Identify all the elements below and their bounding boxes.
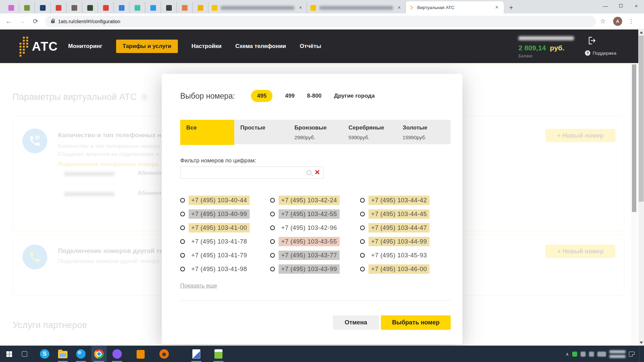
filter-input[interactable] [184,170,306,176]
phone-number-option[interactable]: +7 (495) 103-44-42 [360,196,450,205]
new-tab-button[interactable]: + [506,3,516,12]
pinned-tab[interactable] [3,2,19,13]
pinned-tab[interactable] [161,2,177,13]
start-button[interactable] [1,346,17,362]
pinned-tab[interactable] [98,2,114,13]
taskbar-app-orange[interactable] [133,346,148,362]
radio-button[interactable] [360,198,365,203]
category-tab-gold[interactable]: Золотые 15990руб. [397,120,451,145]
tray-chevron-icon[interactable]: ∧ [565,352,569,357]
category-tab-silver[interactable]: Серебряные 5990руб. [343,120,397,145]
radio-button[interactable] [270,212,275,216]
taskbar-skype[interactable]: S [37,346,52,362]
nav-reports[interactable]: Отчёты [300,43,321,50]
search-icon[interactable] [306,170,311,175]
taskbar-edge[interactable] [73,346,89,362]
phone-number-option[interactable]: +7 (495) 103-43-55 [270,237,360,246]
radio-button[interactable] [270,267,275,271]
category-tab-all[interactable]: Все [180,120,234,145]
phone-number-option[interactable]: +7 (495) 103-44-47 [360,223,450,232]
radio-button[interactable] [180,225,185,230]
code-tab-495[interactable]: 495 [251,90,273,102]
phone-number-option[interactable]: +7 (495) 103-40-99 [180,209,270,219]
pinned-tab[interactable] [114,2,130,13]
bookmark-star-icon[interactable]: ☆ [600,17,606,25]
tab-close-icon[interactable]: × [494,4,500,11]
ats-logo[interactable]: АТС [18,36,58,58]
phone-number-option[interactable]: +7 (495) 103-41-98 [180,264,270,274]
phone-number-option[interactable]: +7 (495) 103-46-00 [360,264,450,274]
taskbar-document-app[interactable] [189,346,204,362]
radio-button[interactable] [360,239,365,244]
radio-button[interactable] [360,253,365,258]
reload-icon[interactable]: ⟳ [31,17,40,26]
radio-button[interactable] [270,225,275,230]
radio-button[interactable] [180,253,185,258]
maximize-button[interactable] [613,0,629,11]
lock-icon[interactable] [51,20,55,23]
phone-number-option[interactable]: +7 (495) 103-42-55 [270,209,360,219]
pinned-tab[interactable] [130,2,145,13]
cancel-button[interactable]: Отмена [333,315,379,330]
forward-icon[interactable]: → [17,17,27,26]
radio-button[interactable] [180,198,185,203]
code-tab-499[interactable]: 499 [285,90,294,102]
tray-language-indicator[interactable] [597,352,606,357]
phone-number-option[interactable]: +7 (495) 103-41-79 [180,251,270,260]
radio-button[interactable] [270,253,275,258]
radio-button[interactable] [360,225,365,230]
select-number-button[interactable]: Выбрать номер [381,315,451,330]
scroll-up-icon[interactable] [640,31,643,34]
task-view-button[interactable] [17,346,32,362]
show-more-link[interactable]: Показать еще [180,282,217,289]
tab-close-icon[interactable]: × [396,4,402,11]
notification-center-icon[interactable] [629,352,635,357]
category-tab-simple[interactable]: Простые [234,120,288,145]
profile-avatar[interactable]: A [613,17,622,26]
phone-number-option[interactable]: +7 (495) 103-44-45 [360,209,450,219]
taskbar-app-orange-2[interactable] [156,346,172,362]
nav-telephony-scheme[interactable]: Схема телефонии [235,43,286,50]
browser-tab-blurred[interactable]: × [307,2,406,13]
tab-close-icon[interactable]: × [298,4,303,11]
support-link[interactable]: ? Поддержка [585,50,616,56]
radio-button[interactable] [180,212,185,216]
phone-number-option[interactable]: +7 (495) 103-42-96 [270,223,360,232]
radio-button[interactable] [270,198,275,203]
radio-button[interactable] [180,267,185,271]
radio-button[interactable] [360,267,365,271]
phone-number-option[interactable]: +7 (495) 103-43-99 [270,264,360,274]
phone-number-option[interactable]: +7 (495) 103-41-00 [180,223,270,232]
logout-button[interactable] [587,36,597,47]
taskbar-file-explorer[interactable] [55,346,70,362]
url-text[interactable]: 1ats.ru/client/#!/configuration [58,19,120,24]
clear-filter-icon[interactable]: × [315,168,320,176]
phone-number-option[interactable]: +7 (495) 103-41-78 [180,237,270,246]
phone-number-option[interactable]: +7 (495) 103-42-24 [270,196,360,205]
pinned-tab[interactable] [51,2,66,13]
browser-scrollbar-thumb[interactable] [639,36,644,202]
pinned-tab[interactable] [66,2,82,13]
browser-tab-active[interactable]: Виртуальная АТС × [406,1,504,13]
nav-settings[interactable]: Настройки [192,43,222,50]
tray-app-icon[interactable] [581,352,586,357]
close-button[interactable]: × [629,0,644,11]
page-scrollbar[interactable] [631,63,637,346]
category-tab-bronze[interactable]: Бронзовые 2990руб. [288,120,342,145]
phone-number-option[interactable]: +7 (495) 103-44-99 [360,237,450,246]
tray-app-icon[interactable] [572,352,577,357]
phone-number-option[interactable]: +7 (495) 103-43-77 [270,251,360,260]
pinned-tab[interactable] [82,2,98,13]
code-tab-other-cities[interactable]: Другие города [334,90,375,102]
pinned-tab[interactable] [193,2,208,13]
pinned-tab[interactable] [177,2,193,13]
taskbar-green-app[interactable] [211,346,226,362]
minimize-button[interactable]: — [598,0,613,11]
phone-number-option[interactable]: +7 (495) 103-45-93 [360,251,450,260]
taskbar-app-purple[interactable] [109,346,125,362]
phone-number-option[interactable]: +7 (495) 103-40-44 [180,196,270,205]
radio-button[interactable] [360,212,365,216]
taskbar-clock[interactable] [609,350,626,358]
page-scrollbar-thumb[interactable] [632,64,636,212]
radio-button[interactable] [180,239,185,244]
